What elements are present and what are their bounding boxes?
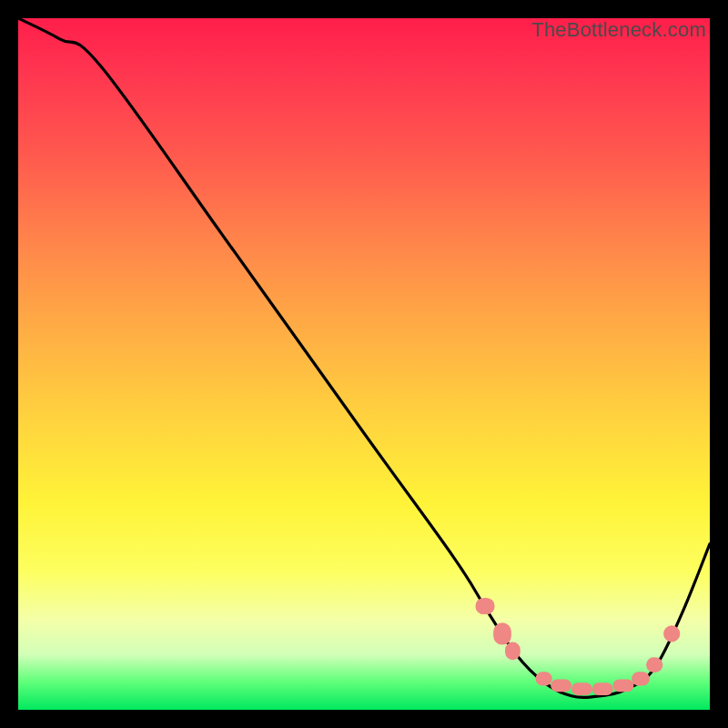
curve-marker bbox=[493, 622, 511, 644]
curve-marker bbox=[505, 642, 521, 661]
curve-marker bbox=[475, 598, 494, 614]
curve-marker bbox=[571, 682, 592, 695]
watermark-label: TheBottleneck.com bbox=[531, 18, 706, 42]
curve-marker bbox=[613, 680, 634, 693]
curve-marker bbox=[663, 625, 680, 642]
bottleneck-chart bbox=[18, 18, 710, 710]
curve-markers bbox=[475, 598, 680, 695]
curve-marker bbox=[646, 657, 662, 672]
curve-marker bbox=[551, 680, 571, 693]
curve-marker bbox=[632, 672, 650, 685]
curve-marker bbox=[592, 682, 613, 695]
chart-frame: TheBottleneck.com bbox=[18, 18, 710, 710]
bottleneck-curve-line bbox=[18, 18, 710, 697]
curve-marker bbox=[535, 672, 551, 685]
